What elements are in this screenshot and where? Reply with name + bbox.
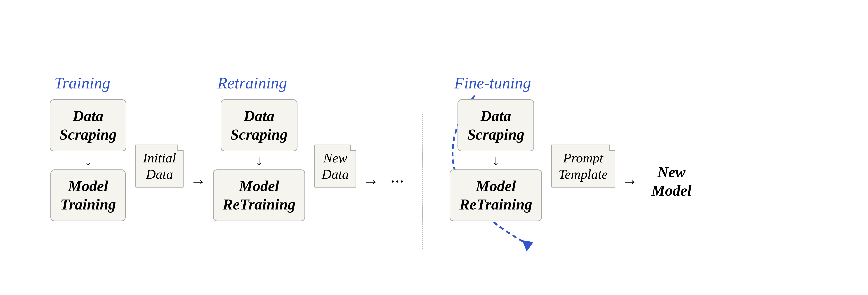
training-body: DataScraping ↓ ModelTraining InitialData	[50, 99, 184, 221]
vertical-dashed-line	[422, 114, 423, 249]
training-arrow-down-1: ↓	[85, 154, 92, 167]
finetuning-scraping-box: DataScraping	[458, 99, 534, 151]
training-model-box: ModelTraining	[51, 170, 126, 221]
dots-separator: ···	[385, 171, 408, 192]
finetuning-left-col: DataScraping ↓ ModelReTraining	[450, 99, 542, 221]
training-top-row: DataScraping ↓ ModelTraining InitialData	[50, 99, 184, 221]
finetuning-model-box: ModelReTraining	[450, 170, 542, 221]
arrow-training-to-retraining: →	[184, 172, 213, 190]
finetuning-section: Fine-tuning DataScraping ↓ ModelReTraini…	[450, 74, 615, 221]
finetuning-note: PromptTemplate	[551, 145, 615, 187]
retraining-model-box: ModelReTraining	[213, 170, 305, 221]
arrow-finetuning-to-output: →	[615, 172, 645, 190]
retraining-arrow-down-1: ↓	[256, 154, 262, 167]
finetuning-prompt-template-box: PromptTemplate	[551, 145, 615, 187]
finetuning-body: DataScraping ↓ ModelReTraining PromptTem…	[450, 99, 615, 221]
training-scraping-box: DataScraping	[50, 99, 126, 151]
retraining-top-row: DataScraping ↓ ModelReTraining NewData	[213, 99, 356, 221]
training-left-col: DataScraping ↓ ModelTraining	[50, 99, 126, 221]
main-diagram: Training DataScraping ↓ ModelTraining In…	[27, 23, 841, 272]
training-title: Training	[50, 74, 110, 92]
retraining-scraping-box: DataScraping	[221, 99, 297, 151]
retraining-left-col: DataScraping ↓ ModelReTraining	[213, 99, 305, 221]
svg-marker-0	[522, 240, 533, 252]
finetuning-title: Fine-tuning	[450, 74, 531, 92]
training-section: Training DataScraping ↓ ModelTraining In…	[50, 74, 184, 221]
training-initial-data-box: InitialData	[135, 145, 184, 187]
arrow-retraining-to-dots: →	[356, 172, 385, 190]
finetuning-top-row: DataScraping ↓ ModelReTraining PromptTem…	[450, 99, 615, 221]
retraining-note: NewData	[314, 145, 356, 187]
retraining-title: Retraining	[213, 74, 287, 92]
retraining-section: Retraining DataScraping ↓ ModelReTrainin…	[213, 74, 356, 221]
retraining-new-data-box: NewData	[314, 145, 356, 187]
retraining-body: DataScraping ↓ ModelReTraining NewData	[213, 99, 356, 221]
new-model-label: NewModel	[645, 163, 692, 200]
training-note: InitialData	[135, 145, 184, 187]
finetuning-arrow-down-1: ↓	[493, 154, 499, 167]
